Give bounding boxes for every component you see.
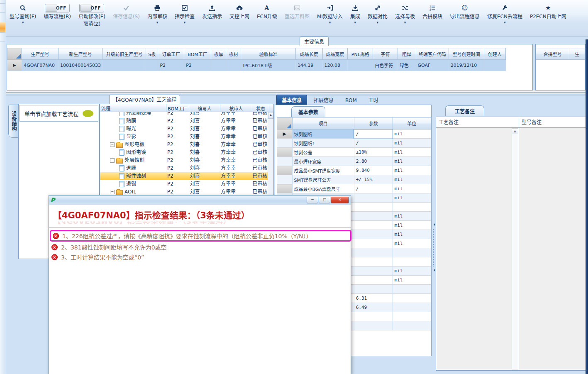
model-row[interactable]: ▶4GOAF07NA010010400145033P2P2IPC-6018 II… — [7, 60, 532, 71]
column-header[interactable]: 字符 — [373, 48, 398, 60]
flow-node-曝光[interactable]: 曝光P2刘喜方幸幸已审核 — [100, 125, 268, 133]
param-value[interactable] — [354, 239, 393, 248]
toolbar-button-17[interactable]: 修复ECN丢流程▾ — [483, 2, 526, 26]
param-row[interactable]: 最小焊环宽度2.80mil — [277, 157, 431, 166]
close-button[interactable]: ✕ — [331, 197, 349, 203]
param-column-header[interactable]: 单位 — [393, 117, 431, 130]
scroll-up-icon[interactable]: ▲ — [268, 112, 273, 119]
maximize-button[interactable]: □ — [319, 197, 330, 203]
collapse-icon[interactable]: − — [110, 142, 115, 147]
param-row[interactable]: ▶蚀刻图纸/mil — [277, 130, 431, 139]
flow-node-外层蚀刻[interactable]: −外层蚀刻P2刘喜方幸幸已审核 — [100, 156, 268, 164]
param-value[interactable] — [354, 257, 393, 266]
dropdown-arrow-icon[interactable]: ▾ — [329, 20, 331, 25]
toolbar-button-14[interactable]: 选择母板▾ — [391, 2, 419, 26]
dropdown-arrow-icon[interactable]: ▾ — [504, 20, 506, 25]
dropdown-arrow-icon[interactable]: ▾ — [22, 20, 24, 25]
param-value[interactable] — [354, 248, 393, 257]
dialog-title-bar[interactable]: P ─□✕ — [49, 196, 351, 205]
flow-column-header[interactable]: BOM工厂 — [166, 104, 189, 112]
param-column-header[interactable]: 参数 — [354, 117, 393, 130]
column-header[interactable]: S板 — [146, 48, 158, 60]
flow-node-退锡[interactable]: 退锡P2刘喜方幸幸已审核 — [100, 180, 268, 188]
column-header[interactable]: 板厚 — [211, 48, 226, 60]
flow-node-显影[interactable]: 显影P2刘喜方幸幸已审核 — [100, 133, 268, 141]
dropdown-arrow-icon[interactable]: ▾ — [377, 20, 379, 25]
toolbar-button-6[interactable]: 指示检查▾ — [171, 2, 198, 26]
param-value[interactable]: / — [354, 130, 393, 139]
param-value[interactable] — [354, 266, 393, 276]
param-value[interactable] — [354, 321, 393, 330]
collapse-icon[interactable]: − — [110, 190, 115, 194]
param-value[interactable]: / — [354, 184, 393, 193]
param-column-header[interactable]: 项目 — [292, 117, 354, 130]
collapse-left-icon[interactable] — [432, 269, 435, 272]
toolbar-button-15[interactable]: 123合拼模块 — [419, 2, 446, 26]
tab-BOM[interactable]: BOM — [340, 96, 362, 105]
toolbar-button-13[interactable]: 数据对比▾ — [364, 2, 391, 26]
toolbar-button-sublabel[interactable]: 取消(Z) — [83, 21, 101, 27]
param-value[interactable] — [354, 230, 393, 239]
flow-node-碱性蚀刻[interactable]: 碱性蚀刻P2刘喜方幸幸已审核 — [100, 172, 268, 180]
param-value[interactable] — [354, 221, 393, 230]
toolbar-button-9[interactable]: AECN升级 — [253, 2, 281, 26]
param-value[interactable]: 9.840 — [354, 166, 393, 175]
dropdown-arrow-icon[interactable]: ▾ — [354, 20, 356, 25]
param-value[interactable] — [354, 312, 393, 321]
collapse-left-icon[interactable] — [432, 223, 435, 226]
scroll-up-icon[interactable]: ▲ — [512, 129, 518, 134]
toggle-switch[interactable]: OFF — [45, 4, 70, 12]
flow-node-图形电镀[interactable]: 图形电镀P2刘喜方幸幸已审核 — [100, 149, 268, 156]
tab-基本信息[interactable]: 基本信息 — [276, 95, 307, 105]
model-notes-area[interactable] — [519, 128, 585, 369]
param-value[interactable]: 2.80 — [354, 157, 393, 166]
flow-panel-title-tab[interactable]: 【4GOAF07NA0】工艺流程 — [109, 95, 180, 104]
column-header[interactable]: BOM工厂 — [184, 48, 211, 60]
param-value[interactable]: 6.49 — [354, 303, 393, 312]
select-all-cell[interactable] — [277, 117, 293, 130]
column-header[interactable]: 生产型号 — [22, 48, 59, 60]
collapse-icon[interactable]: − — [110, 158, 115, 163]
flow-column-header[interactable]: 流程 — [100, 104, 166, 112]
toolbar-button-16[interactable]: ☺导出流程信息 — [446, 2, 483, 26]
param-value[interactable] — [354, 276, 393, 285]
param-row[interactable]: 蚀刻图纸1/mil — [277, 139, 431, 148]
column-header[interactable]: 创建人 — [484, 48, 506, 60]
param-row[interactable]: 成品最小BGA焊盘尺寸/mil — [277, 184, 431, 193]
dropdown-arrow-icon[interactable]: ▾ — [184, 20, 186, 25]
column-header[interactable]: 生 — [569, 48, 585, 60]
column-header[interactable]: 新生产型号 — [58, 48, 102, 60]
toolbar-button-5[interactable]: 内部审核▾ — [144, 2, 171, 26]
tab-工时[interactable]: 工时 — [364, 95, 383, 105]
dropdown-arrow-icon[interactable]: ▾ — [156, 20, 159, 25]
param-value[interactable]: 6.31 — [354, 294, 393, 303]
column-header[interactable]: 成品长度 — [295, 48, 322, 60]
column-header[interactable]: 合拼型号 — [536, 48, 569, 60]
param-value[interactable] — [354, 193, 393, 203]
tab-basic-params[interactable]: 基本参数 — [291, 106, 325, 117]
param-value[interactable] — [354, 285, 393, 294]
param-value[interactable]: / — [354, 139, 393, 148]
tab-拓展信息[interactable]: 拓展信息 — [309, 95, 339, 105]
column-header[interactable]: 订单工厂 — [158, 48, 184, 60]
toggle-switch[interactable]: OFF — [79, 4, 104, 12]
column-header[interactable]: 成品宽度 — [322, 48, 348, 60]
toolbar-button-18[interactable]: ★P2ECN自动上网 — [526, 2, 570, 26]
toolbar-button-12[interactable]: 集成▾ — [346, 2, 364, 26]
param-value[interactable] — [354, 203, 393, 212]
column-header[interactable]: 板材 — [226, 48, 241, 60]
param-row[interactable]: 成品最小SMT焊盘宽度9.840mil — [277, 166, 431, 175]
param-value[interactable]: ±10% — [354, 148, 393, 157]
select-all-cell[interactable] — [7, 48, 22, 60]
main-info-tab[interactable]: 主要信息 — [300, 37, 329, 46]
column-header[interactable]: PNL规格 — [348, 48, 373, 60]
flow-column-header[interactable]: 编写人 — [189, 104, 220, 112]
flow-column-header[interactable]: 核审人 — [220, 104, 252, 112]
load-flow-hint[interactable]: 单击节点加载工艺流程 — [20, 105, 98, 122]
tab-process-notes[interactable]: 工艺备注 — [445, 105, 484, 116]
dock-orange-item[interactable] — [0, 22, 5, 33]
minimize-button[interactable]: ─ — [307, 197, 318, 203]
column-header[interactable]: 终端客户代码 — [416, 48, 449, 60]
column-header[interactable]: 型号创建时间 — [449, 48, 484, 60]
column-header[interactable]: 阻焊 — [398, 48, 416, 60]
